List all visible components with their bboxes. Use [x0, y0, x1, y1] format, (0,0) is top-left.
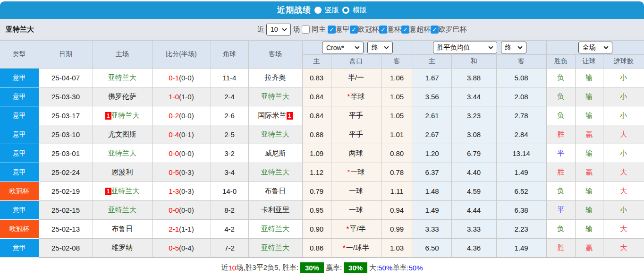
date-cell: 25-03-30: [39, 87, 93, 106]
ah-home-odds: 0.84: [302, 87, 331, 106]
score-cell: 0-0(0-0): [152, 144, 211, 163]
league-checkbox[interactable]: ✓: [328, 26, 336, 34]
vertical-layout-label[interactable]: 竖版: [325, 6, 339, 15]
match-count-value: 10: [271, 26, 278, 33]
eu-draw-odds: 3.33: [451, 220, 496, 239]
goals-result-cell: 小: [603, 144, 644, 163]
result-cell: 胜: [546, 163, 575, 182]
eu-away-odds: 2.78: [496, 106, 546, 125]
ah-line-text: 平手: [349, 111, 363, 119]
league-checkbox-label: 意杯: [387, 25, 401, 34]
league-checkbox[interactable]: ✓: [401, 26, 409, 34]
handicap-result-cell: 赢: [575, 163, 603, 182]
goals-result-cell: 大: [603, 163, 644, 182]
col-header-date: 日期: [39, 41, 93, 69]
corners-cell: 7-2: [211, 239, 248, 258]
result-cell: 负: [546, 106, 575, 125]
league-type-cell: 欧冠杯: [0, 182, 39, 201]
ah-line-text: 平手: [349, 130, 363, 138]
result-cell: 平: [546, 201, 575, 220]
ah-line-cell: 半/一: [331, 69, 381, 87]
europe-odds-value: 胜平负均值: [437, 43, 470, 52]
eu-home-odds: 1.49: [413, 201, 451, 220]
eu-draw-odds: 3.23: [451, 106, 496, 125]
match-row: 意甲25-03-01亚特兰大0-0(0-0)3-2威尼斯1.09两球0.801.…: [0, 144, 644, 163]
eu-draw-odds: 6.79: [451, 144, 496, 163]
halftime-score: (0-4): [179, 244, 194, 252]
ah-away-odds: 1.05: [381, 106, 413, 125]
date-cell: 25-02-15: [39, 201, 93, 220]
eu-home-odds: 6.37: [413, 163, 451, 182]
ah-line-cell: 两球: [331, 144, 381, 163]
eu-home-odds: 2.61: [413, 106, 451, 125]
eu-time-value: 终: [505, 43, 512, 52]
halftime-score: (0-1): [179, 130, 194, 138]
chevron-down-icon: [488, 46, 493, 49]
eu-home-odds: 2.67: [413, 125, 451, 144]
home-team-cell: 恩波利: [93, 163, 152, 182]
europe-odds-select[interactable]: 胜平负均值: [433, 42, 497, 53]
match-count-select[interactable]: 10: [266, 24, 291, 35]
away-team-cell: 亚特兰大: [248, 163, 302, 182]
col-header-home: 主场: [93, 41, 152, 69]
date-cell: 25-03-01: [39, 144, 93, 163]
league-type-cell: 意甲: [0, 163, 39, 182]
home-team-cell: 亚特兰大: [93, 144, 152, 163]
home-team-name: 尤文图斯: [108, 130, 136, 138]
result-cell: 胜: [546, 239, 575, 258]
home-team-cell: 1亚特兰大: [93, 182, 152, 201]
match-row: 意甲25-03-171亚特兰大0-2(0-0)2-6国际米兰10.84平手1.0…: [0, 106, 644, 125]
league-type-cell: 意甲: [0, 106, 39, 125]
corners-cell: 2-6: [211, 106, 248, 125]
result-cell: 平: [546, 144, 575, 163]
eu-group-header: 胜平负均值 终: [413, 41, 546, 55]
ah-line-cell: *一球: [331, 163, 381, 182]
match-row: 意甲25-02-15亚特兰大0-0(0-0)8-2卡利亚里0.95一球0.941…: [0, 201, 644, 220]
home-team-cell: 维罗纳: [93, 239, 152, 258]
vertical-layout-radio[interactable]: [314, 7, 322, 14]
bookmaker-select[interactable]: Crow*: [322, 42, 364, 53]
away-team-cell: 国际米兰1: [248, 106, 302, 125]
league-checkbox[interactable]: ✓: [379, 26, 387, 34]
corners-cell: 2-5: [211, 125, 248, 144]
eu-draw-odds: 4.36: [451, 239, 496, 258]
col-header-eu-home: 主: [413, 55, 451, 69]
result-cell: 负: [546, 220, 575, 239]
eu-time-select[interactable]: 终: [501, 42, 526, 53]
ah-line-text: 半/一: [348, 73, 364, 81]
league-checkbox[interactable]: ✓: [350, 26, 358, 34]
summary-text: 近: [221, 263, 228, 272]
goals-result-cell: 小: [603, 69, 644, 87]
period-select[interactable]: 全场: [578, 42, 612, 53]
horizontal-layout-label[interactable]: 横版: [353, 6, 367, 15]
league-type-cell: 意甲: [0, 144, 39, 163]
match-row: 欧冠杯25-02-13布鲁日2-1(1-1)4-2亚特兰大0.90*平/半0.9…: [0, 220, 644, 239]
team-name: 亚特兰大: [0, 25, 34, 34]
filter-controls: 近 10 场 ✓ 同主 ✓意甲✓欧冠杯✓意杯✓意超杯✓欧罗巴杯: [257, 24, 467, 35]
summary-text: 10: [228, 264, 236, 272]
ah-away-odds: 1.01: [381, 125, 413, 144]
ah-time-select[interactable]: 终: [367, 42, 393, 53]
away-team-name: 亚特兰大: [261, 92, 289, 100]
eu-draw-odds: 3.08: [451, 125, 496, 144]
eu-away-odds: 2.84: [496, 125, 546, 144]
corners-cell: 14-0: [211, 182, 248, 201]
col-header-handicap-result: 让球: [575, 55, 603, 69]
ah-line-text: 一球: [349, 206, 363, 214]
home-team-cell: 尤文图斯: [93, 125, 152, 144]
eu-away-odds: 13.14: [496, 144, 546, 163]
ah-away-odds: 1.06: [381, 69, 413, 87]
col-header-score: 比分(半场): [152, 41, 211, 69]
ah-away-odds: 1.03: [381, 239, 413, 258]
handicap-result-cell: 输: [575, 182, 603, 201]
home-team-name: 亚特兰大: [108, 149, 136, 157]
score-cell: 0-1(0-0): [152, 69, 211, 87]
ah-home-odds: 0.84: [302, 106, 331, 125]
handicap-result-cell: 赢: [575, 239, 603, 258]
away-team-name: 亚特兰大: [261, 130, 289, 138]
corners-cell: 2-4: [211, 87, 248, 106]
same-home-checkbox[interactable]: ✓: [302, 26, 310, 34]
horizontal-layout-radio[interactable]: [342, 7, 349, 14]
league-checkbox[interactable]: ✓: [431, 26, 439, 34]
date-cell: 25-02-24: [39, 163, 93, 182]
